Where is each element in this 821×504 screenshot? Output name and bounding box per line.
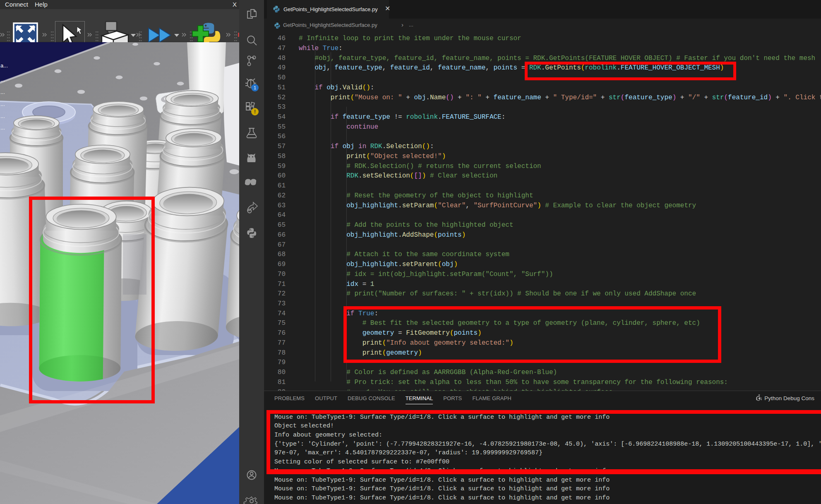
svg-text:...: ... — [0, 125, 5, 131]
svg-text:!: ! — [254, 109, 256, 115]
svg-text:a...: a... — [0, 62, 8, 69]
svg-text:...: ... — [0, 77, 5, 83]
svg-text:1: 1 — [254, 85, 256, 90]
svg-text:...: ... — [0, 101, 5, 107]
svg-text:...: ... — [0, 113, 5, 119]
svg-text:...: ... — [0, 89, 5, 95]
